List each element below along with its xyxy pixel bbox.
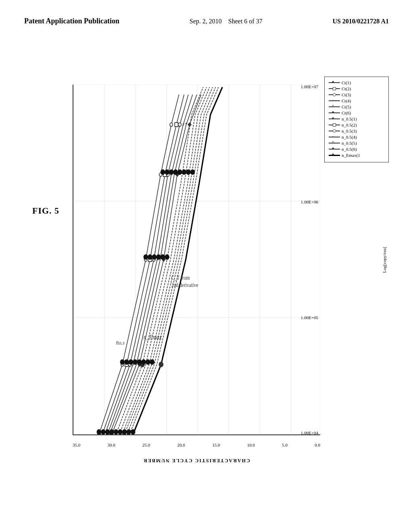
legend-item-n05-4: n_0.5(4) [329,135,384,139]
figure-label: FIG. 5 [32,206,59,216]
svg-text:×: × [182,121,185,128]
legend-line-n05-5 [329,143,340,143]
svg-point-58 [137,360,142,364]
svg-text:n_Emax: n_Emax [144,334,162,341]
legend-item-ct4: Ct(4) [329,98,384,103]
svg-point-56 [129,360,133,364]
svg-point-54 [120,360,125,364]
svg-point-70 [169,170,173,175]
legend-line-n05-1 [329,118,340,119]
chart-svg: × × × × × * * * * * [73,85,320,434]
legend-line-n05-3 [329,131,340,131]
chart-wrapper: Ct(1) Ct(2) Ct(3) Ct(4) Ct(5) Ct(6) [73,77,389,476]
legend-line-n05-6 [329,149,340,150]
legend-line-ct2 [329,88,340,89]
x-tick-25: 25.0 [142,443,150,447]
svg-point-67 [165,255,169,260]
legend-line-ct6 [329,112,340,113]
x-tick-5: 5.0 [282,443,288,447]
svg-text:2nd derivative: 2nd derivative [171,282,198,288]
x-tick-10: 10.0 [247,443,255,447]
svg-point-69 [165,170,169,175]
svg-point-44 [159,362,163,367]
y-axis-title: Log[copy/rxn] [382,85,387,435]
legend-item-n05-1: n_0.5(1) [329,116,384,121]
y-tick-1e4: 1.00E+04 [301,431,318,435]
svg-point-17 [170,123,173,127]
x-axis-labels: 35.0 30.0 25.0 20.0 15.0 10.0 5.0 0.0 [73,443,320,447]
publication-date: Sep. 2, 2010 Sheet 6 of 37 [190,16,263,25]
figure-container: FIG. 5 Ct(1) Ct(2) Ct(3) Ct(4) Ct( [24,69,397,500]
svg-point-63 [148,255,152,260]
legend-line-ct5 [329,106,340,107]
svg-point-75 [190,170,195,175]
publication-title: Patent Application Publication [24,16,119,26]
svg-point-62 [144,255,148,260]
legend-item-ct1: Ct(1) [329,80,384,85]
legend-item-ct6: Ct(6) [329,110,384,115]
svg-marker-42 [188,123,191,127]
svg-point-45 [97,430,101,434]
legend-item-n05-5: n_0.5(5) [329,141,384,145]
legend-item-ct5: Ct(5) [329,104,384,109]
svg-point-55 [125,360,129,364]
svg-point-46 [101,430,106,434]
svg-rect-22 [175,123,178,127]
svg-point-51 [122,430,127,434]
x-tick-30: 30.0 [108,443,115,447]
chart-plot-area: × × × × × * * * * * [73,85,320,435]
y-axis-labels: 1.00E+07 1.00E+06 1.00E+05 1.00E+04 [294,85,318,435]
patent-number: US 2010/0221728 A1 [332,16,389,25]
legend-line-ct4 [329,100,340,101]
svg-point-72 [178,170,182,175]
svg-point-52 [127,430,131,434]
x-tick-35: 35.0 [73,443,80,447]
page-header: Patent Application Publication Sep. 2, 2… [0,0,413,34]
svg-point-50 [118,430,123,434]
svg-text:n₀.₅: n₀.₅ [116,339,125,346]
svg-point-59 [142,360,146,364]
svg-point-65 [156,255,161,260]
legend-line-ct3 [329,94,340,95]
svg-point-66 [161,255,165,260]
x-tick-15: 15.0 [212,443,220,447]
x-tick-20: 20.0 [177,443,185,447]
svg-point-74 [186,170,191,175]
legend-line-n05-2 [329,125,340,125]
svg-point-53 [131,430,135,434]
y-tick-1e7: 1.00E+07 [301,85,318,89]
chart-legend: Ct(1) Ct(2) Ct(3) Ct(4) Ct(5) Ct(6) [324,77,389,162]
legend-item-ct3: Ct(3) [329,92,384,97]
legend-line-n05-4 [329,137,340,137]
svg-point-68 [161,170,165,175]
y-tick-1e6: 1.00E+06 [301,200,318,204]
legend-item-n05-2: n_0.5(2) [329,123,384,127]
svg-point-71 [173,170,178,175]
svg-point-60 [146,360,150,364]
svg-text:*: * [185,121,187,128]
legend-item-n05-6: n_0.5(6) [329,147,384,152]
svg-point-61 [150,360,154,364]
svg-point-57 [133,360,138,364]
svg-point-27 [178,123,181,127]
svg-point-73 [182,170,186,175]
x-axis-title: CHARACTERISTIC CYCLE NUMBER [73,457,320,463]
legend-item-nemax: n_Emax(1 [329,153,384,158]
svg-text:C_T from: C_T from [171,275,190,281]
svg-point-47 [105,430,110,434]
svg-point-64 [152,255,156,260]
legend-line-nemax [329,155,340,156]
legend-item-ct2: Ct(2) [329,86,384,91]
y-tick-1e5: 1.00E+05 [301,316,318,320]
x-tick-0: 0.0 [315,443,320,447]
legend-item-n05-3: n_0.5(3) [329,129,384,133]
svg-point-48 [110,430,114,434]
svg-point-49 [114,430,118,434]
legend-line-ct1 [329,82,340,83]
